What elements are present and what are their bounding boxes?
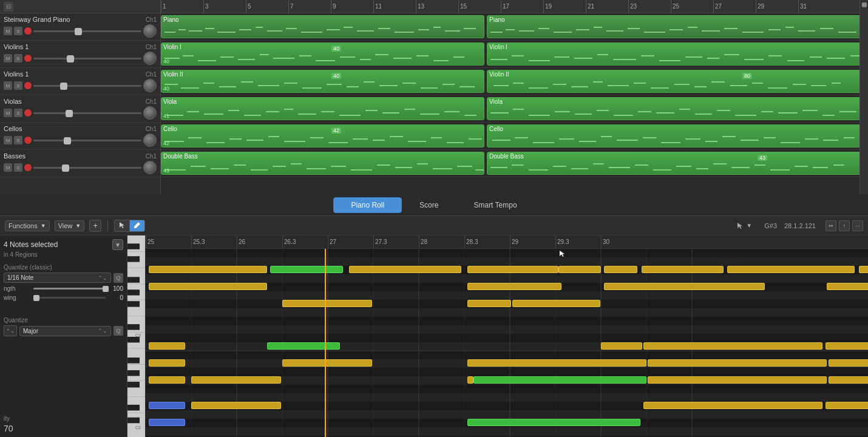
t3-m[interactable]: M xyxy=(4,81,12,90)
t5-fader[interactable] xyxy=(33,140,141,141)
t4-fader[interactable] xyxy=(33,112,141,114)
t3-fader[interactable] xyxy=(33,85,141,87)
tab-piano-roll[interactable]: Piano Roll xyxy=(333,197,402,213)
note-r7-2[interactable] xyxy=(191,402,281,409)
note-r6-4[interactable] xyxy=(473,376,646,384)
length-slider[interactable] xyxy=(33,288,106,290)
pencil-tool[interactable] xyxy=(130,220,144,231)
scale-step-control[interactable]: ⌃⌄ xyxy=(4,325,17,336)
t2-thumb[interactable] xyxy=(67,55,74,63)
note-r2-4[interactable] xyxy=(827,283,868,290)
region-violin2-1[interactable]: Violin II 40 40 xyxy=(161,70,484,93)
region-cello-2[interactable]: Cello xyxy=(487,124,861,147)
track-fader-thumb-piano[interactable] xyxy=(75,28,82,35)
fit-icon[interactable]: ⇔ xyxy=(826,220,836,231)
collapse-icon[interactable]: ⊟ xyxy=(4,2,13,12)
t2-m[interactable]: M xyxy=(4,54,12,63)
scale-control[interactable]: Major ⌃⌄ xyxy=(19,326,111,336)
t3-knob[interactable] xyxy=(143,79,157,92)
note-b1[interactable] xyxy=(149,402,185,409)
t3-thumb[interactable] xyxy=(60,83,67,90)
note-r4-4[interactable] xyxy=(643,342,822,350)
note-r2-3[interactable] xyxy=(604,283,765,290)
t6-s[interactable]: S xyxy=(14,163,22,172)
scale-q-button[interactable]: Q xyxy=(114,326,123,336)
t5-r[interactable] xyxy=(24,137,32,144)
t6-thumb[interactable] xyxy=(62,164,69,172)
track-mute-piano[interactable]: M xyxy=(4,27,12,35)
note-y6[interactable] xyxy=(642,266,724,273)
t4-m[interactable]: M xyxy=(4,109,12,117)
t6-m[interactable]: M xyxy=(4,163,12,172)
cursor-tool[interactable] xyxy=(115,220,130,231)
note-value-control[interactable]: 1/16 Note ⌃⌄ xyxy=(4,273,111,283)
note-r6-5[interactable] xyxy=(648,376,827,384)
note-r6-3[interactable] xyxy=(467,376,473,384)
arrangement-scrollbar[interactable] xyxy=(860,0,868,194)
region-bass-1[interactable]: Double Bass 43 xyxy=(161,152,484,175)
note-r6-6[interactable] xyxy=(829,376,868,384)
t6-knob[interactable] xyxy=(143,161,157,174)
region-piano-1[interactable]: Piano xyxy=(161,15,484,38)
t4-s[interactable]: S xyxy=(14,109,22,117)
t2-knob[interactable] xyxy=(143,52,157,65)
note-y7[interactable] xyxy=(727,266,855,273)
selection-collapse[interactable]: ▼ xyxy=(112,239,123,250)
region-violin2-2[interactable]: Violin II 80 xyxy=(487,70,861,93)
t4-r[interactable] xyxy=(24,109,32,117)
q-button[interactable]: Q xyxy=(114,273,123,283)
note-y5[interactable] xyxy=(604,266,637,273)
swing-thumb[interactable] xyxy=(33,295,39,301)
region-viola-1[interactable]: Viola 41 xyxy=(161,97,484,120)
add-button[interactable]: + xyxy=(89,220,101,232)
cursor-dropdown[interactable]: ▼ xyxy=(746,222,752,229)
note-r5-4[interactable] xyxy=(648,359,827,367)
functions-dropdown[interactable]: Functions ▼ xyxy=(5,220,50,231)
note-r5-1[interactable] xyxy=(149,359,185,367)
swing-slider[interactable] xyxy=(33,297,106,299)
t2-fader[interactable] xyxy=(33,58,141,59)
tab-score[interactable]: Score xyxy=(402,197,456,213)
t4-thumb[interactable] xyxy=(66,110,73,117)
t3-r[interactable] xyxy=(24,82,32,89)
note-r4-5[interactable] xyxy=(826,342,868,350)
t2-s[interactable]: S xyxy=(14,54,22,63)
note-r3-2[interactable] xyxy=(467,300,511,307)
track-solo-piano[interactable]: S xyxy=(14,27,22,35)
note-g7[interactable] xyxy=(467,419,640,426)
t5-s[interactable]: S xyxy=(14,136,22,144)
region-violin1-2[interactable]: Violin I xyxy=(487,42,861,66)
note-r5-2[interactable] xyxy=(282,359,372,367)
tab-smart-tempo[interactable]: Smart Tempo xyxy=(456,197,534,213)
t5-m[interactable]: M xyxy=(4,136,12,144)
region-violin1-1[interactable]: Violin I 40 40 xyxy=(161,42,484,66)
track-rec-piano[interactable] xyxy=(24,27,32,35)
region-piano-2[interactable]: Piano xyxy=(487,15,861,38)
t3-s[interactable]: S xyxy=(14,81,22,90)
note-y3[interactable] xyxy=(467,266,558,273)
t6-r[interactable] xyxy=(24,164,32,171)
t4-knob[interactable] xyxy=(143,106,157,120)
note-g1[interactable] xyxy=(270,266,343,273)
note-b2[interactable] xyxy=(149,419,185,426)
region-bass-2[interactable]: Double Bass 43 xyxy=(487,152,861,175)
note-r2-1[interactable] xyxy=(149,283,267,290)
note-r7-4[interactable] xyxy=(826,402,868,409)
note-r3-3[interactable] xyxy=(512,300,600,307)
note-r3-1[interactable] xyxy=(282,300,372,307)
track-fader-piano[interactable] xyxy=(33,30,141,32)
up-arrow-icon[interactable]: ↑ xyxy=(839,220,850,231)
note-r5-5[interactable] xyxy=(829,359,868,367)
note-r7-3[interactable] xyxy=(643,402,822,409)
note-r4-1[interactable] xyxy=(149,342,185,350)
note-y4[interactable] xyxy=(558,266,601,273)
track-knob-piano[interactable] xyxy=(143,24,157,38)
note-r2-2[interactable] xyxy=(467,283,561,290)
note-y2[interactable] xyxy=(349,266,461,273)
note-r6-2[interactable] xyxy=(191,376,281,384)
note-r4-2[interactable] xyxy=(267,342,340,350)
t6-fader[interactable] xyxy=(33,167,141,169)
note-y8[interactable] xyxy=(859,266,868,273)
view-dropdown[interactable]: View ▼ xyxy=(55,220,85,231)
t2-r[interactable] xyxy=(24,55,32,62)
